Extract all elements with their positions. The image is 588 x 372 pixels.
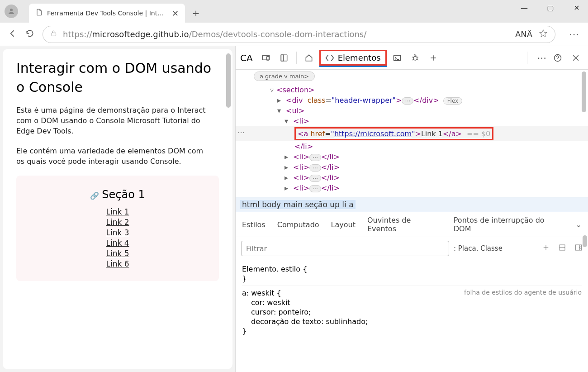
dom-node[interactable]: ▸ <li>⋯</li> [236, 152, 588, 162]
bug-icon[interactable] [408, 50, 423, 66]
svg-rect-1 [52, 33, 56, 36]
dom-node-selected[interactable]: ⋯ <a href="https://microsoft.com">Link 1… [236, 126, 588, 141]
dock-icon[interactable] [276, 50, 292, 66]
dom-node[interactable]: ▸ <li>⋯</li> [236, 162, 588, 172]
css-property[interactable]: cursor: ponteiro; [242, 308, 582, 316]
maximize-button[interactable]: ▢ [544, 4, 557, 12]
close-tab-icon[interactable]: ✕ [172, 9, 179, 18]
favorite-icon[interactable] [539, 29, 548, 40]
styles-rules: Elemento. estilo { } a: weskit { folha d… [236, 260, 588, 340]
tab-event-listeners[interactable]: Ouvintes de Eventos [367, 216, 442, 233]
svg-rect-5 [281, 55, 283, 61]
page-content: Interagir com o DOM usando o Console Est… [3, 49, 232, 369]
svg-rect-4 [281, 55, 287, 61]
window-controls: — ▢ ✕ [517, 4, 583, 12]
links-list: Link 1 Link 2 Link 3 Link 4 Link 5 Link … [30, 207, 205, 268]
svg-rect-2 [262, 55, 269, 60]
profile-avatar[interactable] [5, 5, 18, 18]
minimize-button[interactable]: — [517, 4, 531, 12]
devtools-toolbar: CA Elementos ⋯ [236, 46, 588, 70]
dom-node[interactable]: ▸ <div class="header-wrapper">⋯</div> Fl… [236, 95, 588, 105]
tab-elements[interactable]: Elementos [319, 50, 387, 66]
section-heading: 🔗Seção 1 [30, 188, 205, 201]
demo-link[interactable]: Link 5 [106, 249, 129, 258]
titlebar: Ferramenta Dev Tools Console | Intel DOM… [0, 0, 588, 23]
divider [296, 52, 297, 64]
dom-node[interactable]: ▸ <li>⋯</li> [236, 172, 588, 183]
rule-selector[interactable]: a: weskit { folha de estilos do agente d… [242, 286, 582, 297]
dom-breadcrumb[interactable]: html body main seção up li a [236, 197, 588, 212]
css-property[interactable]: cor: weskit [242, 298, 582, 307]
welcome-icon[interactable] [301, 50, 317, 66]
anchor-icon: 🔗 [90, 191, 99, 200]
css-property[interactable]: decoração de texto: sublinhado; [242, 317, 582, 326]
crumb-pill[interactable]: a grade v main> [254, 72, 315, 81]
hov-cls-label[interactable]: : Placa. Classe [454, 244, 503, 253]
add-tab-icon[interactable] [426, 50, 441, 66]
demo-link[interactable]: Link 1 [106, 207, 129, 216]
url-input[interactable]: https://microsoftedge.github.io/Demos/de… [43, 26, 555, 43]
tab-computed[interactable]: Computado [277, 220, 319, 229]
demo-link[interactable]: Link 3 [106, 228, 129, 237]
page-title: Interagir com o DOM usando o Console [16, 59, 219, 97]
dom-node[interactable]: ▸ <li>⋯</li> [236, 183, 588, 193]
inspect-label[interactable]: CA [240, 52, 253, 63]
dom-tree[interactable]: ▿<section> ▸ <div class="header-wrapper"… [236, 83, 588, 197]
tab-title: Ferramenta Dev Tools Console | Intel DOM [47, 10, 165, 17]
tab-layout[interactable]: Layout [331, 220, 356, 229]
new-tab-button[interactable]: + [188, 5, 204, 21]
devtools-more-icon[interactable]: ⋯ [537, 52, 547, 63]
main-split: Interagir com o DOM usando o Console Est… [0, 46, 588, 372]
add-rule-icon[interactable] [542, 243, 550, 253]
crumb-row: a grade v main> [236, 70, 588, 83]
rule-close: } [242, 274, 582, 283]
demo-link[interactable]: Link 6 [106, 259, 129, 268]
flex-overlay-icon[interactable] [558, 243, 566, 253]
url-text: https://microsoftedge.github.io/Demos/de… [63, 29, 510, 39]
styles-filter-row: : Placa. Classe [236, 237, 588, 260]
close-devtools-icon[interactable] [568, 50, 583, 66]
document-icon [35, 9, 43, 18]
rule-origin: folha de estilos do agente de usuário [464, 289, 582, 297]
rule-close: } [242, 327, 582, 335]
reading-profile-label[interactable]: ANÄ [515, 29, 532, 39]
dom-node[interactable]: ▾ <li> [236, 116, 588, 126]
tab-styles[interactable]: Estilos [242, 220, 266, 229]
section-box: 🔗Seção 1 Link 1 Link 2 Link 3 Link 4 Lin… [16, 176, 219, 281]
chevron-down-icon[interactable]: ⌄ [576, 220, 582, 229]
toggle-sidebar-icon[interactable] [574, 243, 583, 253]
lock-icon [50, 30, 57, 39]
rule-selector[interactable]: Elemento. estilo { [242, 265, 582, 273]
page-paragraph-2: Ele contém uma variedade de elementos DO… [16, 146, 206, 167]
svg-point-0 [10, 9, 13, 11]
tab-elements-label: Elementos [338, 53, 381, 62]
styles-scrollbar[interactable] [583, 235, 587, 247]
help-icon[interactable] [550, 50, 565, 66]
refresh-button[interactable] [25, 29, 34, 40]
svg-rect-10 [575, 245, 582, 250]
browser-tab[interactable]: Ferramenta Dev Tools Console | Intel DOM… [29, 4, 185, 23]
demo-link[interactable]: Link 4 [106, 238, 129, 248]
device-toggle-icon[interactable] [258, 50, 274, 66]
svg-point-7 [413, 56, 417, 60]
address-bar: https://microsoftedge.github.io/Demos/de… [0, 23, 588, 46]
devtools-panel: CA Elementos ⋯ a grade v main> [235, 46, 588, 372]
demo-link[interactable]: Link 2 [106, 218, 129, 227]
styles-tabs: Estilos Computado Layout Ouvintes de Eve… [236, 212, 588, 237]
browser-menu-icon[interactable]: ⋯ [569, 29, 580, 40]
dom-node[interactable]: ▿<section> [236, 85, 588, 95]
close-window-button[interactable]: ✕ [570, 4, 583, 12]
divider [527, 52, 527, 64]
dom-node[interactable]: </li> [236, 141, 588, 152]
dom-node[interactable]: ▾ <ul> [236, 105, 588, 116]
tab-dom-breakpoints[interactable]: Pontos de interrupção do DOM [454, 216, 564, 233]
page-paragraph-1: Esta é uma página de demonstração para o… [16, 105, 206, 137]
content-scrollbar[interactable] [226, 53, 231, 108]
back-button[interactable] [8, 29, 17, 40]
console-icon[interactable] [389, 50, 405, 66]
styles-filter-input[interactable] [241, 241, 449, 256]
